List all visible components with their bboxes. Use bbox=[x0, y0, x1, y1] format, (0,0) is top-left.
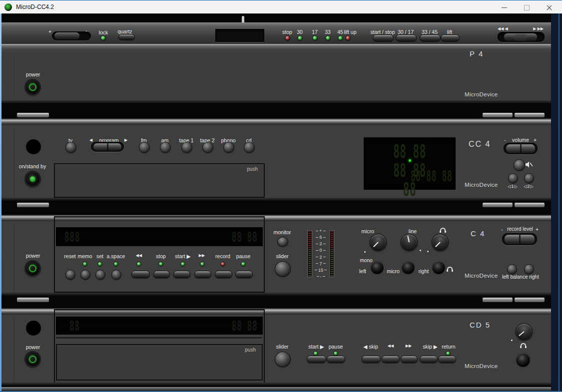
vu-scale-row: 0 bbox=[313, 248, 329, 253]
maximize-button[interactable] bbox=[516, 1, 538, 14]
center-marker bbox=[242, 16, 244, 23]
c4-start-button[interactable] bbox=[173, 271, 190, 278]
cc4-volume-rocker[interactable] bbox=[504, 143, 538, 154]
c4-model-label: C 4 bbox=[471, 229, 485, 238]
cd5-slider-label: slider bbox=[272, 344, 292, 350]
rack-gap-1 bbox=[0, 103, 551, 118]
c4-slider-button[interactable] bbox=[275, 261, 291, 277]
cd5-return-button[interactable] bbox=[438, 356, 456, 363]
c4-reset-button[interactable] bbox=[65, 270, 75, 280]
rack-foot bbox=[483, 113, 513, 117]
c4-line-knob[interactable] bbox=[401, 234, 418, 251]
p4-pitch-minus-label: - bbox=[84, 27, 89, 33]
c4-monitor-button[interactable] bbox=[277, 237, 288, 247]
cd5-pause-button[interactable] bbox=[327, 356, 345, 363]
cc4-phono-button[interactable] bbox=[223, 142, 234, 153]
p4-33-led bbox=[326, 36, 330, 40]
c4-power-button[interactable] bbox=[26, 262, 39, 275]
p4-power-ring bbox=[29, 83, 36, 91]
cc4-am-button[interactable] bbox=[160, 142, 171, 153]
cc4-program-rocker[interactable] bbox=[91, 142, 124, 152]
c4-aspace-label: a.space bbox=[104, 253, 128, 259]
c4-vu-scale: + 6 2 0 2 7 15 - bbox=[313, 228, 329, 279]
c4-headphone-jack bbox=[432, 261, 445, 274]
c4-slider-label: slider bbox=[273, 253, 292, 259]
cc4-tape1-button[interactable] bbox=[181, 142, 192, 153]
knob-pointer bbox=[373, 242, 379, 247]
c4-balance-right-button[interactable] bbox=[524, 264, 534, 274]
c4-micro-knob[interactable] bbox=[370, 234, 387, 251]
vu-scale-row: 2 bbox=[313, 241, 329, 246]
p4-30-led-label: 30 bbox=[293, 29, 307, 35]
c4-record-level-rocker[interactable] bbox=[502, 233, 537, 245]
c4-pause-led bbox=[241, 262, 245, 266]
c4-cap-divider bbox=[14, 225, 14, 293]
cd5-slider-button[interactable] bbox=[275, 352, 291, 367]
app-icon bbox=[4, 3, 12, 11]
cd5-skipfwd-button[interactable] bbox=[420, 356, 438, 363]
p4-3345-button[interactable] bbox=[420, 34, 441, 41]
c4-set-button[interactable] bbox=[95, 270, 105, 280]
cc4-cassette-door[interactable]: push bbox=[54, 163, 265, 198]
cd5-skipback-button[interactable] bbox=[362, 356, 381, 363]
cd5-headphone-knob[interactable] bbox=[516, 323, 533, 340]
c4-stop-led bbox=[159, 262, 163, 266]
c4-pause-button[interactable] bbox=[235, 271, 253, 278]
cd5-start-button[interactable] bbox=[307, 356, 326, 363]
c4-rew-label: ◀◀ bbox=[131, 253, 147, 258]
c4-memo-button[interactable] bbox=[80, 270, 90, 280]
c4-aspace-button[interactable] bbox=[111, 270, 121, 280]
c4-stop-label: stop bbox=[152, 253, 169, 259]
close-button[interactable] bbox=[538, 1, 561, 14]
cc4-cd-button[interactable] bbox=[244, 142, 255, 153]
c4-balance-left-button[interactable] bbox=[507, 264, 517, 274]
cc4-mute-button[interactable] bbox=[514, 159, 525, 171]
cd5-ir-sensor bbox=[26, 321, 41, 336]
rack-foot bbox=[17, 203, 49, 207]
cd5-brand-label: MicroDevice bbox=[465, 363, 498, 369]
c4-brand-label: MicroDevice bbox=[465, 273, 498, 279]
c4-record-button[interactable] bbox=[215, 271, 232, 278]
cd5-power-ring bbox=[29, 356, 36, 363]
speaker-left-icon bbox=[508, 183, 511, 189]
p4-jog-slider[interactable] bbox=[498, 32, 545, 42]
c4-record-level-minus: - bbox=[500, 226, 505, 232]
c4-ff-button[interactable] bbox=[194, 271, 211, 278]
p4-lift-button[interactable] bbox=[441, 34, 460, 41]
cc4-speaker1-button[interactable] bbox=[508, 173, 518, 183]
c4-rew-button[interactable] bbox=[131, 271, 150, 278]
cc4-tv-button[interactable] bbox=[65, 142, 76, 153]
cd5-ff-button[interactable] bbox=[401, 356, 418, 363]
p4-cap-divider bbox=[14, 52, 14, 100]
speaker-left-icon bbox=[524, 183, 527, 189]
cc4-speaker2-button[interactable] bbox=[524, 173, 534, 183]
rack-foot bbox=[17, 113, 49, 117]
cc4-fm-button[interactable] bbox=[139, 142, 150, 153]
cd5-start-led bbox=[314, 352, 318, 356]
cd5-tray-door[interactable]: push bbox=[56, 344, 263, 381]
rack-foot bbox=[483, 298, 513, 302]
c4-headphone-knob[interactable] bbox=[432, 234, 449, 251]
p4-17-led-label: 17 bbox=[308, 29, 322, 35]
rack-gap-3 bbox=[0, 296, 551, 308]
unit-cd5: 88 88 88 push power slider start ▶ pause… bbox=[0, 308, 551, 386]
cd5-rew-button[interactable] bbox=[382, 356, 400, 363]
cd5-power-label: power bbox=[25, 344, 41, 350]
c4-power-ring bbox=[29, 265, 36, 272]
p4-startstop-button[interactable] bbox=[373, 34, 394, 41]
cc4-display-row2: 88 88 88 bbox=[410, 169, 452, 184]
cc4-tape2-button[interactable] bbox=[202, 142, 213, 153]
c4-stop-button[interactable] bbox=[153, 271, 170, 278]
cc4-onstandby-button[interactable] bbox=[26, 172, 39, 186]
rack-gap-2 bbox=[0, 201, 551, 215]
cd5-tray-slot bbox=[56, 337, 262, 339]
p4-power-button[interactable] bbox=[26, 80, 39, 94]
vu-scale-row: - bbox=[313, 274, 329, 279]
p4-3017-button[interactable] bbox=[396, 34, 417, 41]
speaker-right-icon bbox=[515, 183, 518, 189]
minimize-button[interactable] bbox=[493, 1, 516, 14]
p4-jog-slider-handle bbox=[504, 33, 537, 41]
p4-jog-cap bbox=[514, 34, 527, 41]
p4-quartz-button[interactable] bbox=[118, 34, 135, 40]
cd5-power-button[interactable] bbox=[26, 353, 39, 366]
